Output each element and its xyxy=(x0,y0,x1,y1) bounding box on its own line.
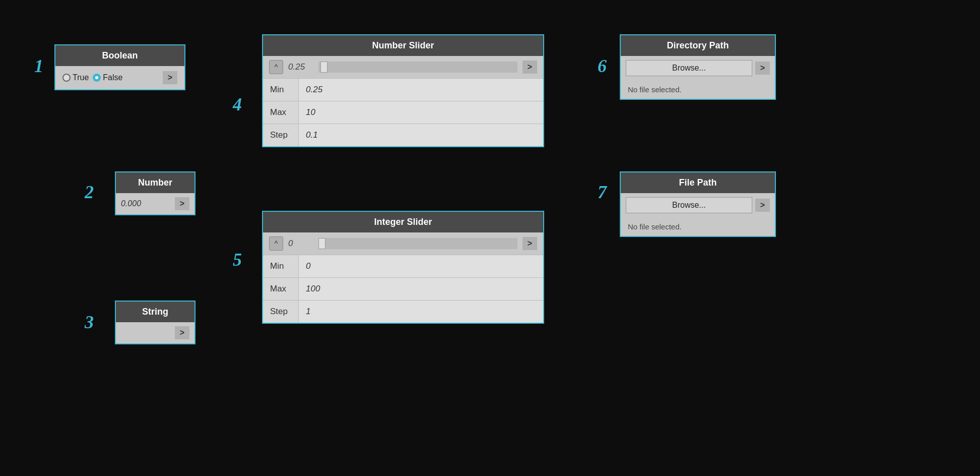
number-slider-collapse-button[interactable]: ^ xyxy=(269,60,283,74)
string-title: String xyxy=(116,302,194,322)
string-widget: String > xyxy=(115,301,195,344)
number-slider-arrow-button[interactable]: > xyxy=(522,61,537,74)
boolean-arrow-button[interactable]: > xyxy=(163,71,177,84)
true-label: True xyxy=(73,73,89,82)
file-path-arrow-button[interactable]: > xyxy=(755,199,770,212)
number-arrow-button[interactable]: > xyxy=(175,197,189,210)
boolean-title: Boolean xyxy=(55,45,184,66)
index-label-5: 5 xyxy=(233,249,242,270)
integer-slider-step-label: Step xyxy=(263,301,298,323)
integer-slider-params: Min 0 Max 100 Step 1 xyxy=(263,255,543,323)
integer-slider-arrow-button[interactable]: > xyxy=(522,237,537,250)
integer-slider-top-row: ^ 0 > xyxy=(263,232,543,255)
integer-slider-widget: Integer Slider ^ 0 > Min 0 Max 100 Step … xyxy=(262,211,544,324)
file-path-widget: File Path Browse... > No file selected. xyxy=(620,171,776,237)
false-radio-circle xyxy=(93,74,101,82)
index-label-6: 6 xyxy=(598,55,607,77)
false-radio[interactable]: False xyxy=(93,73,122,82)
directory-browse-button[interactable]: Browse... xyxy=(626,60,752,76)
false-label: False xyxy=(103,73,122,82)
number-slider-max-label: Max xyxy=(263,101,298,124)
boolean-widget: Boolean True False > xyxy=(54,44,185,90)
index-label-7: 7 xyxy=(598,182,607,203)
integer-slider-track[interactable] xyxy=(318,238,517,249)
number-value: 0.000 xyxy=(121,199,172,208)
integer-slider-min-row: Min 0 xyxy=(263,255,543,277)
number-title: Number xyxy=(116,172,194,193)
number-widget: Number 0.000 > xyxy=(115,171,195,215)
integer-slider-max-label: Max xyxy=(263,278,298,300)
integer-slider-title: Integer Slider xyxy=(263,212,543,232)
directory-path-widget: Directory Path Browse... > No file selec… xyxy=(620,34,776,100)
number-slider-top-row: ^ 0.25 > xyxy=(263,56,543,78)
integer-slider-value: 0 xyxy=(288,239,313,249)
integer-slider-min-value: 0 xyxy=(298,255,543,277)
number-slider-max-value: 10 xyxy=(298,101,543,124)
index-label-3: 3 xyxy=(85,312,94,333)
integer-slider-step-value: 1 xyxy=(298,301,543,323)
directory-path-title: Directory Path xyxy=(621,35,775,56)
index-label-1: 1 xyxy=(34,55,43,77)
number-slider-min-label: Min xyxy=(263,79,298,101)
boolean-body: True False > xyxy=(55,66,184,89)
string-arrow-button[interactable]: > xyxy=(175,326,189,339)
string-body: > xyxy=(116,322,194,343)
file-path-title: File Path xyxy=(621,172,775,193)
number-slider-step-value: 0.1 xyxy=(298,124,543,146)
index-label-2: 2 xyxy=(85,182,94,203)
directory-path-body: Browse... > xyxy=(621,56,775,80)
number-body: 0.000 > xyxy=(116,193,194,214)
index-label-4: 4 xyxy=(233,94,242,115)
number-slider-track[interactable] xyxy=(318,62,517,73)
true-radio[interactable]: True xyxy=(62,73,89,82)
directory-path-arrow-button[interactable]: > xyxy=(755,62,770,75)
file-path-body: Browse... > xyxy=(621,193,775,217)
number-slider-params: Min 0.25 Max 10 Step 0.1 xyxy=(263,78,543,146)
file-no-file-text: No file selected. xyxy=(621,217,775,236)
integer-slider-step-row: Step 1 xyxy=(263,300,543,323)
number-slider-value: 0.25 xyxy=(288,62,313,72)
integer-slider-thumb[interactable] xyxy=(318,238,325,249)
integer-slider-min-label: Min xyxy=(263,255,298,277)
number-slider-step-label: Step xyxy=(263,124,298,146)
true-radio-circle xyxy=(62,74,71,82)
integer-slider-max-row: Max 100 xyxy=(263,277,543,300)
number-slider-min-value: 0.25 xyxy=(298,79,543,101)
number-slider-step-row: Step 0.1 xyxy=(263,124,543,146)
integer-slider-max-value: 100 xyxy=(298,278,543,300)
integer-slider-collapse-button[interactable]: ^ xyxy=(269,236,283,251)
number-slider-thumb[interactable] xyxy=(320,62,328,73)
directory-no-file-text: No file selected. xyxy=(621,80,775,99)
number-slider-min-row: Min 0.25 xyxy=(263,78,543,101)
number-slider-widget: Number Slider ^ 0.25 > Min 0.25 Max 10 S… xyxy=(262,34,544,147)
number-slider-title: Number Slider xyxy=(263,35,543,56)
number-slider-max-row: Max 10 xyxy=(263,101,543,124)
file-browse-button[interactable]: Browse... xyxy=(626,197,752,213)
